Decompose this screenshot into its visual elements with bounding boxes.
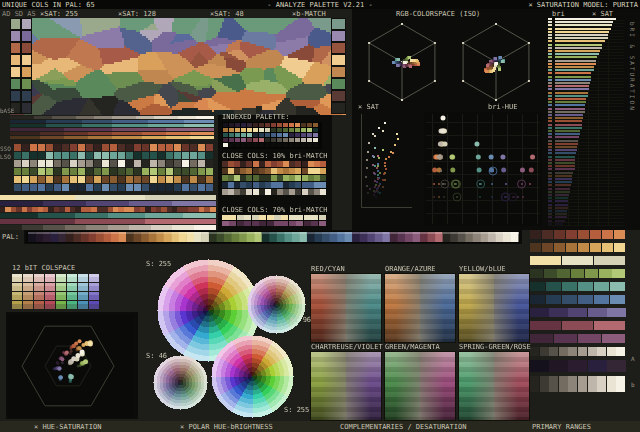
comp-half — [494, 352, 529, 420]
comp-cell-orange-azure: ORANGE/AZURE — [385, 265, 455, 342]
complementaries-grid: RED/CYANORANGE/AZUREYELLOW/bLUECHARTREUS… — [311, 265, 533, 421]
title-bar: UNIQUE COLS IN PAL: 65 - ANALYZE PALETTE… — [0, 0, 640, 9]
comp-panel — [311, 274, 381, 342]
primary-ranges-bars — [530, 230, 628, 416]
color-region-map — [10, 18, 346, 115]
sat-48-toggle[interactable]: ×SAT: 48 — [210, 10, 244, 18]
bri-sat-bars — [548, 18, 624, 226]
sat-scatter — [356, 112, 414, 212]
rgb-cube-right — [452, 20, 540, 104]
close-cols-10-label: CLOSE COLS: 10% bri-MATCH — [222, 152, 327, 160]
comp-half — [311, 352, 346, 420]
pal-strip[interactable] — [26, 231, 520, 243]
sso-row-label: SSO — [0, 146, 11, 152]
comp-label: ORANGE/AZURE — [385, 265, 455, 273]
comp-half — [385, 352, 420, 420]
sat-128-toggle[interactable]: ×SAT: 128 — [118, 10, 156, 18]
close-cols-70-strips — [222, 215, 326, 227]
complementaries-section-label: COMPLEMENTARIES / DESATURATION — [340, 423, 466, 431]
rgb-cube-left — [358, 20, 446, 104]
comp-label: RED/CYAN — [311, 265, 381, 273]
comp-cell-spring-green-rose: SPRING-GREEN/ROSE — [459, 343, 529, 420]
comp-half — [311, 274, 346, 342]
range-group-a-label: A — [631, 356, 635, 362]
comp-half — [346, 274, 381, 342]
comp-panel — [459, 352, 529, 420]
saturation-model-label[interactable]: × SATURATION MODEL: PURITA — [528, 1, 638, 9]
indexed-palette-title: INDEXED PALETTE: — [222, 113, 289, 121]
status-bar: × HUE-SATURATION × POLAR HUE-bRIGHTNESS … — [0, 421, 640, 432]
comp-panel — [385, 274, 455, 342]
lso-row-label: LSO — [0, 154, 11, 160]
pal-label: PAL: — [2, 233, 19, 241]
comp-half — [459, 352, 494, 420]
comp-cell-green-magenta: GREEN/MAGENTA — [385, 343, 455, 420]
ramp-strips — [0, 116, 216, 230]
comp-cell-red-cyan: RED/CYAN — [311, 265, 381, 342]
xsat-column-toggle[interactable]: × SAT — [592, 10, 613, 18]
close-cols-70-label: CLOSE COLS: 70% bri-MATCH — [222, 206, 327, 214]
rgb-colorspace-title: RGB-COLORSPACE (ISO) — [396, 10, 480, 18]
comp-half — [420, 274, 455, 342]
polar-hue-brightness-toggle[interactable]: × POLAR HUE-bRIGHTNESS — [180, 423, 273, 431]
mode-flags[interactable]: AD SD AS — [2, 10, 36, 18]
b-match-toggle[interactable]: ×b-MATCH — [292, 10, 326, 18]
hue-saturation-toggle[interactable]: × HUE-SATURATION — [34, 423, 101, 431]
comp-label: CHARTREUSE/VIOLET — [311, 343, 381, 351]
polar-hue-brightness-spheres — [140, 256, 316, 420]
range-group-b-label: b — [631, 382, 635, 388]
comp-label: GREEN/MAGENTA — [385, 343, 455, 351]
bri-saturation-side-label: bRI & SATURATION — [628, 22, 636, 112]
base-row-label: bASE — [0, 108, 14, 114]
comp-label: YELLOW/bLUE — [459, 265, 529, 273]
comp-label: SPRING-GREEN/ROSE — [459, 343, 529, 351]
comp-half — [459, 274, 494, 342]
primary-ranges-section-label: PRIMARY RANGES — [532, 423, 591, 431]
comp-panel — [311, 352, 381, 420]
comp-cell-chartreuse-violet: CHARTREUSE/VIOLET — [311, 343, 381, 420]
comp-half — [385, 274, 420, 342]
colspace-label: 12 bIT COLSPACE — [12, 264, 75, 272]
comp-panel — [385, 352, 455, 420]
bri-column-label: bri — [552, 10, 565, 18]
bri-hue-scatter-label: bri-HUE — [488, 103, 518, 111]
hue-saturation-hex — [8, 314, 134, 418]
sphere-label-46: S: 46 — [146, 352, 167, 360]
comp-panel — [459, 274, 529, 342]
sat-scatter-label[interactable]: × SAT — [358, 103, 379, 111]
colspace-tiles — [12, 274, 102, 312]
comp-cell-yellow-blue: YELLOW/bLUE — [459, 265, 529, 342]
indexed-palette-swatches[interactable] — [222, 122, 322, 149]
sphere-label-255a: S: 255 — [146, 260, 171, 268]
sat-255-toggle[interactable]: ×SAT: 255 — [40, 10, 78, 18]
bri-hue-scatter — [424, 112, 542, 226]
comp-half — [494, 274, 529, 342]
sphere-label-96: S: 96 — [290, 316, 311, 324]
close-cols-10-strips — [222, 161, 326, 195]
sphere-label-255b: S: 255 — [284, 406, 309, 414]
comp-half — [420, 352, 455, 420]
comp-half — [346, 352, 381, 420]
